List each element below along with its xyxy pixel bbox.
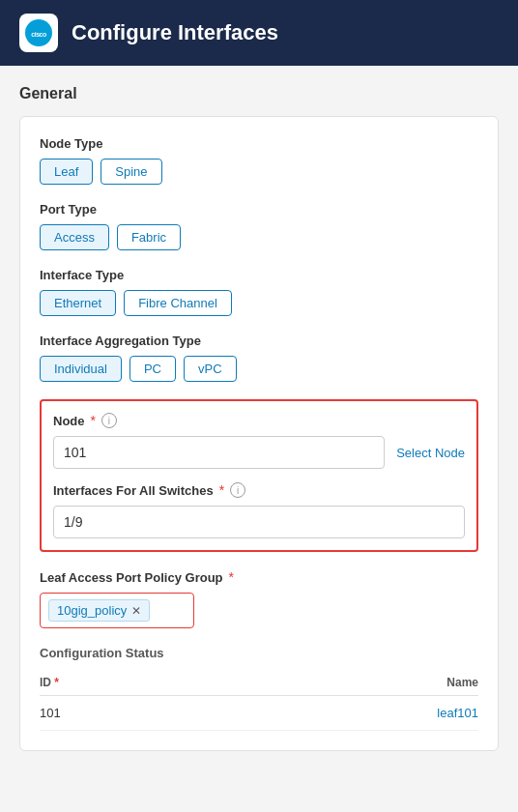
aggregation-vpc-button[interactable]: vPC [184, 356, 237, 382]
port-type-label: Port Type [40, 202, 478, 217]
node-label-row: Node * i [53, 413, 465, 428]
aggregation-type-toggles: Individual PC vPC [40, 356, 478, 382]
interfaces-info-icon[interactable]: i [230, 482, 245, 498]
interfaces-label-row: Interfaces For All Switches * i [53, 482, 465, 498]
general-section-title: General [19, 85, 499, 102]
app-header: cisco Configure Interfaces [0, 0, 518, 66]
aggregation-pc-button[interactable]: PC [130, 356, 176, 382]
table-cell-name[interactable]: leaf101 [437, 706, 478, 720]
policy-group-input-wrapper: 10gig_policy ✕ [40, 593, 478, 628]
policy-tag-value: 10gig_policy [57, 603, 127, 618]
interface-type-fibre-button[interactable]: Fibre Channel [124, 290, 232, 316]
aggregation-type-label: Interface Aggregation Type [40, 334, 478, 348]
cisco-logo: cisco [19, 14, 58, 52]
node-type-leaf-button[interactable]: Leaf [40, 159, 93, 185]
port-type-toggles: Access Fabric [40, 224, 478, 250]
interface-type-toggles: Ethernet Fibre Channel [40, 290, 478, 316]
port-type-group: Port Type Access Fabric [40, 202, 478, 250]
select-node-link[interactable]: Select Node [396, 446, 465, 460]
node-info-icon[interactable]: i [101, 413, 117, 428]
policy-group-label: Leaf Access Port Policy Group [40, 570, 223, 585]
node-field-label: Node [53, 414, 85, 428]
policy-group-label-row: Leaf Access Port Policy Group * [40, 569, 478, 585]
aggregation-type-group: Interface Aggregation Type Individual PC… [40, 334, 478, 382]
node-input-row: Select Node [53, 436, 465, 469]
node-type-toggles: Leaf Spine [40, 159, 478, 185]
svg-text:cisco: cisco [31, 31, 46, 38]
table-row: 101 leaf101 [40, 696, 478, 731]
interfaces-field-group: Interfaces For All Switches * i [53, 482, 465, 538]
interface-type-ethernet-button[interactable]: Ethernet [40, 290, 116, 316]
page-title: Configure Interfaces [72, 20, 278, 45]
table-header-name: Name [446, 676, 478, 689]
policy-group-required-star: * [229, 569, 234, 585]
config-status-section: Configuration Status ID * Name 101 leaf1… [40, 646, 478, 731]
port-type-access-button[interactable]: Access [40, 224, 109, 250]
node-interfaces-highlighted: Node * i Select Node Interfaces For All … [40, 399, 478, 552]
interfaces-field-label: Interfaces For All Switches [53, 483, 214, 498]
node-field-group: Node * i Select Node [53, 413, 465, 469]
policy-tag: 10gig_policy ✕ [48, 599, 150, 622]
interfaces-input[interactable] [53, 506, 465, 538]
node-input[interactable] [53, 436, 385, 469]
table-cell-id: 101 [40, 706, 61, 720]
config-status-table-header: ID * Name [40, 670, 478, 696]
node-type-spine-button[interactable]: Spine [101, 159, 161, 185]
port-type-fabric-button[interactable]: Fabric [117, 224, 181, 250]
policy-tag-container[interactable]: 10gig_policy ✕ [40, 593, 194, 628]
table-header-id: ID * [40, 676, 59, 689]
cisco-logo-icon: cisco [25, 19, 52, 46]
policy-group-field: Leaf Access Port Policy Group * 10gig_po… [40, 569, 478, 628]
node-type-label: Node Type [40, 136, 478, 151]
interfaces-required-star: * [219, 482, 224, 498]
interface-type-label: Interface Type [40, 268, 478, 282]
general-card: Node Type Leaf Spine Port Type Access Fa… [19, 116, 499, 751]
interface-type-group: Interface Type Ethernet Fibre Channel [40, 268, 478, 316]
config-status-title: Configuration Status [40, 646, 478, 660]
policy-tag-close-icon[interactable]: ✕ [131, 605, 141, 617]
aggregation-individual-button[interactable]: Individual [40, 356, 122, 382]
content-area: General Node Type Leaf Spine Port Type A… [0, 66, 518, 770]
node-type-group: Node Type Leaf Spine [40, 136, 478, 185]
node-required-star: * [91, 413, 96, 428]
